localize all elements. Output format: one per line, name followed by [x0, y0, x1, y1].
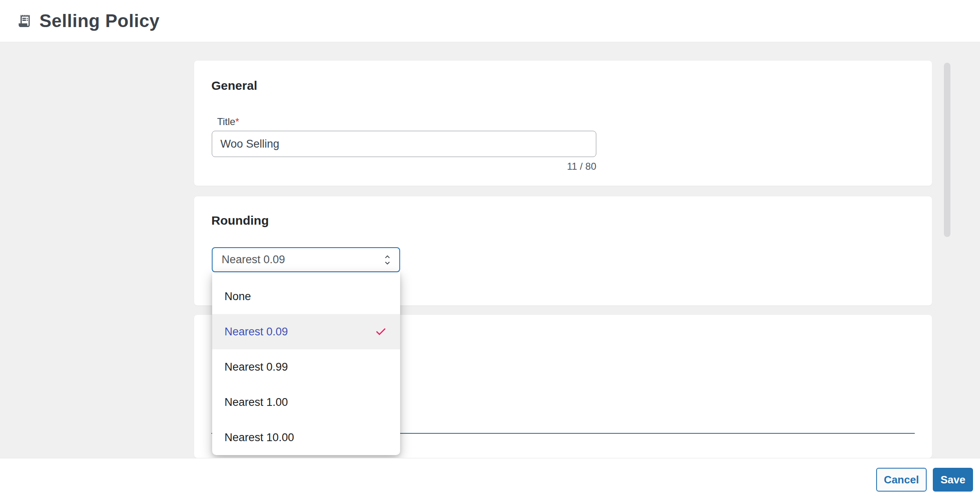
char-counter: 11 / 80	[212, 161, 596, 172]
dropdown-option-label: Nearest 1.00	[224, 396, 288, 409]
rounding-select-value: Nearest 0.09	[222, 253, 285, 266]
dropdown-option[interactable]: Nearest 10.00	[212, 420, 400, 455]
general-card: General Title* 11 / 80	[194, 61, 932, 186]
title-field-label: Title*	[217, 116, 932, 128]
rounding-heading: Rounding	[194, 196, 932, 228]
title-input[interactable]	[212, 131, 596, 157]
page-title: Selling Policy	[39, 11, 160, 31]
dropdown-option-label: Nearest 10.00	[224, 431, 294, 444]
dropdown-option-label: None	[224, 290, 251, 303]
rounding-dropdown-menu: NoneNearest 0.09 Nearest 0.99Nearest 1.0…	[212, 272, 400, 455]
selling-policy-page: Selling Policy General Title* 11 / 80 Ro…	[0, 0, 980, 501]
save-button[interactable]: Save	[933, 468, 973, 492]
vertical-scrollbar-thumb[interactable]	[944, 63, 950, 237]
general-heading: General	[194, 61, 932, 93]
dropdown-option[interactable]: Nearest 0.09	[212, 314, 400, 349]
dropdown-option[interactable]: Nearest 0.99	[212, 349, 400, 385]
check-icon	[374, 325, 388, 339]
footer-action-bar: Cancel Save	[0, 458, 980, 501]
unfold-more-icon	[381, 254, 394, 266]
cancel-button[interactable]: Cancel	[876, 468, 927, 492]
dropdown-option[interactable]: None	[212, 279, 400, 314]
dropdown-option[interactable]: Nearest 1.00	[212, 385, 400, 420]
required-asterisk: *	[235, 116, 239, 127]
receipt-long-icon	[17, 14, 32, 28]
page-header: Selling Policy	[0, 0, 980, 42]
dropdown-option-label: Nearest 0.09	[224, 326, 288, 338]
dropdown-option-label: Nearest 0.99	[224, 361, 288, 373]
rounding-select[interactable]: Nearest 0.09	[212, 247, 400, 272]
